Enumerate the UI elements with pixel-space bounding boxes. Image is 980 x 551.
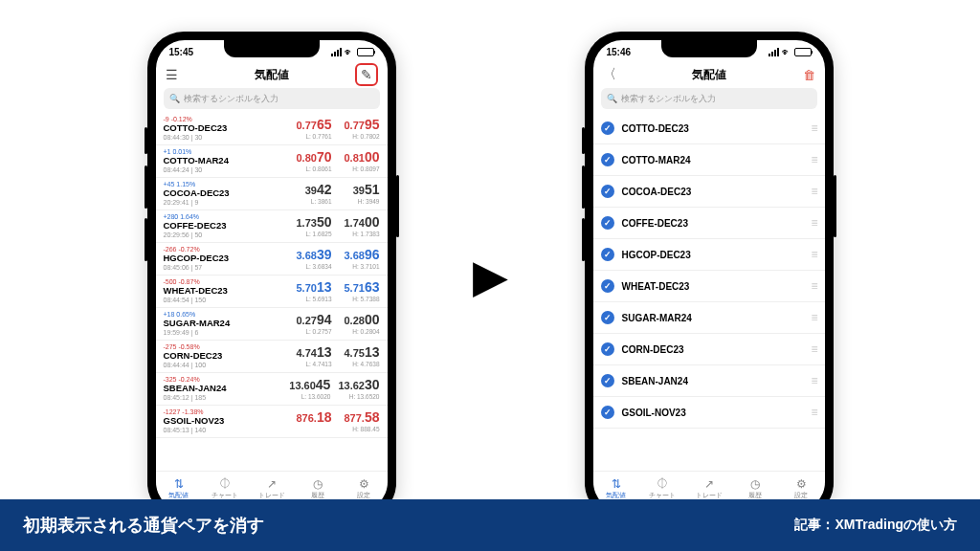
drag-handle-icon[interactable]: ≡ <box>811 279 816 293</box>
bid-low: L: 5.6913 <box>305 296 331 302</box>
drag-handle-icon[interactable]: ≡ <box>811 311 816 324</box>
bid-low: L: 3.6834 <box>305 263 331 270</box>
trash-icon[interactable]: 🗑 <box>803 68 815 82</box>
drag-handle-icon[interactable]: ≡ <box>811 153 816 166</box>
quote-row[interactable]: +1 0.01% COTTO-MAR24 08:44:24 | 30 0.807… <box>156 145 388 178</box>
search-input[interactable]: 🔍 検索するシンボルを入力 <box>164 88 380 109</box>
check-icon[interactable]: ✓ <box>601 374 614 387</box>
footer-credit: 記事：XMTradingの使い方 <box>794 517 957 534</box>
bid-price: 0.7765 <box>297 118 332 132</box>
nav-icon: ⚙ <box>796 477 807 491</box>
ask-price: 13.6230 <box>338 378 379 392</box>
bid-price: 3942 <box>305 183 332 197</box>
symbol-label: COTTO-MAR24 <box>622 155 691 165</box>
time-label: 08:45:13 | 140 <box>164 427 225 434</box>
symbol-label: GSOIL-NOV23 <box>622 408 686 418</box>
symbol-label: WHEAT-DEC23 <box>164 286 228 297</box>
top-bar: ☰ 気配値 ✎ <box>156 61 388 88</box>
bid-price: 876.18 <box>297 410 332 425</box>
quote-row[interactable]: +280 1.64% COFFE-DEC23 20:29:56 | 50 1.7… <box>156 210 388 243</box>
drag-handle-icon[interactable]: ≡ <box>811 374 816 387</box>
signal-icon <box>768 48 779 56</box>
signal-icon <box>331 48 342 56</box>
bid-low: L: 1.6825 <box>305 231 331 237</box>
quote-row[interactable]: -325 -0.24% SBEAN-JAN24 08:45:12 | 185 1… <box>156 373 388 406</box>
check-icon[interactable]: ✓ <box>601 216 614 230</box>
check-icon[interactable]: ✓ <box>601 342 614 356</box>
quote-row[interactable]: -266 -0.72% HGCOP-DEC23 08:45:06 | 57 3.… <box>156 243 388 276</box>
ask-high: H: 888.45 <box>352 426 379 432</box>
pencil-icon[interactable]: ✎ <box>361 67 372 82</box>
check-icon[interactable]: ✓ <box>601 406 614 419</box>
symbol-label: COCOA-DEC23 <box>622 187 692 197</box>
quote-row[interactable]: -1227 -1.38% GSOIL-NOV23 08:45:13 | 140 … <box>156 406 388 438</box>
edit-row[interactable]: ✓ COCOA-DEC23 ≡ <box>593 176 825 208</box>
quote-row[interactable]: -275 -0.58% CORN-DEC23 08:44:44 | 100 4.… <box>156 341 388 373</box>
ask-price: 0.8100 <box>345 150 380 165</box>
back-icon[interactable]: 〈 <box>603 66 616 83</box>
nav-icon: ◷ <box>313 477 323 491</box>
check-icon[interactable]: ✓ <box>601 185 614 198</box>
quote-row[interactable]: +45 1.15% COCOA-DEC23 20:29:41 | 9 3942 … <box>156 178 388 210</box>
quote-row[interactable]: -500 -0.87% WHEAT-DEC23 08:44:54 | 150 5… <box>156 276 388 308</box>
nav-icon: ⏀ <box>219 477 231 491</box>
ask-price: 3.6896 <box>345 248 380 262</box>
time-label: 19:59:49 | 6 <box>164 329 231 337</box>
symbol-label: COTTO-MAR24 <box>164 156 229 166</box>
edit-row[interactable]: ✓ SBEAN-JAN24 ≡ <box>593 365 825 397</box>
edit-row[interactable]: ✓ HGCOP-DEC23 ≡ <box>593 239 825 271</box>
nav-icon: ◷ <box>750 477 760 491</box>
ask-high: H: 3.7101 <box>352 263 379 270</box>
ask-price: 5.7163 <box>345 280 380 295</box>
nav-icon: ⇅ <box>174 477 184 491</box>
phone-right: 15:46 ᯤ 〈 気配値 🗑 🔍 検索するシンボルを入力 ✓ COTTO-DE… <box>585 32 834 519</box>
edit-row[interactable]: ✓ COFFE-DEC23 ≡ <box>593 208 825 239</box>
quote-row[interactable]: +18 0.65% SUGAR-MAR24 19:59:49 | 6 0.279… <box>156 308 388 341</box>
drag-handle-icon[interactable]: ≡ <box>811 185 816 198</box>
time-label: 08:45:06 | 57 <box>164 264 230 272</box>
drag-handle-icon[interactable]: ≡ <box>811 342 816 356</box>
quote-row[interactable]: -9 -0.12% COTTO-DEC23 08:44:30 | 30 0.77… <box>156 113 388 145</box>
edit-row[interactable]: ✓ COTTO-DEC23 ≡ <box>593 113 825 144</box>
bid-price: 1.7350 <box>297 215 332 230</box>
page-title: 気配値 <box>255 67 289 83</box>
nav-icon: ⏀ <box>657 477 668 491</box>
bid-low: L: 0.7761 <box>305 133 331 140</box>
check-icon[interactable]: ✓ <box>601 153 614 166</box>
drag-handle-icon[interactable]: ≡ <box>811 248 816 261</box>
battery-icon <box>794 48 812 56</box>
check-icon[interactable]: ✓ <box>601 311 614 324</box>
nav-icon: ↗ <box>704 477 714 491</box>
bid-low: L: 13.6020 <box>301 393 331 400</box>
ask-high: H: 5.7388 <box>352 296 379 302</box>
ask-price: 1.7400 <box>345 215 380 230</box>
ask-high: H: 0.8097 <box>352 165 379 172</box>
drag-handle-icon[interactable]: ≡ <box>811 216 816 230</box>
bid-price: 13.6045 <box>289 378 330 392</box>
nav-icon: ⇅ <box>612 477 621 491</box>
edit-row[interactable]: ✓ SUGAR-MAR24 ≡ <box>593 302 825 334</box>
check-icon[interactable]: ✓ <box>601 279 614 293</box>
edit-row[interactable]: ✓ WHEAT-DEC23 ≡ <box>593 271 825 302</box>
edit-row[interactable]: ✓ COTTO-MAR24 ≡ <box>593 144 825 176</box>
menu-icon[interactable]: ☰ <box>166 67 178 82</box>
bid-price: 4.7413 <box>297 345 332 360</box>
check-icon[interactable]: ✓ <box>601 121 614 135</box>
symbol-label: HGCOP-DEC23 <box>622 250 691 260</box>
time-label: 20:29:56 | 50 <box>164 231 227 239</box>
search-icon: 🔍 <box>607 94 617 103</box>
bid-price: 5.7013 <box>297 280 332 295</box>
edit-row[interactable]: ✓ GSOIL-NOV23 ≡ <box>593 397 825 429</box>
symbol-label: COFFE-DEC23 <box>164 221 227 231</box>
drag-handle-icon[interactable]: ≡ <box>811 406 816 419</box>
search-icon: 🔍 <box>169 94 180 103</box>
search-input[interactable]: 🔍 検索するシンボルを入力 <box>601 88 817 109</box>
drag-handle-icon[interactable]: ≡ <box>811 121 816 135</box>
ask-high: H: 13.6520 <box>349 393 380 400</box>
symbol-label: COFFE-DEC23 <box>622 218 688 229</box>
symbol-label: SUGAR-MAR24 <box>164 319 231 329</box>
edit-row[interactable]: ✓ CORN-DEC23 ≡ <box>593 334 825 365</box>
bid-low: L: 0.8061 <box>305 165 331 172</box>
clock: 15:45 <box>169 47 194 57</box>
check-icon[interactable]: ✓ <box>601 248 614 261</box>
